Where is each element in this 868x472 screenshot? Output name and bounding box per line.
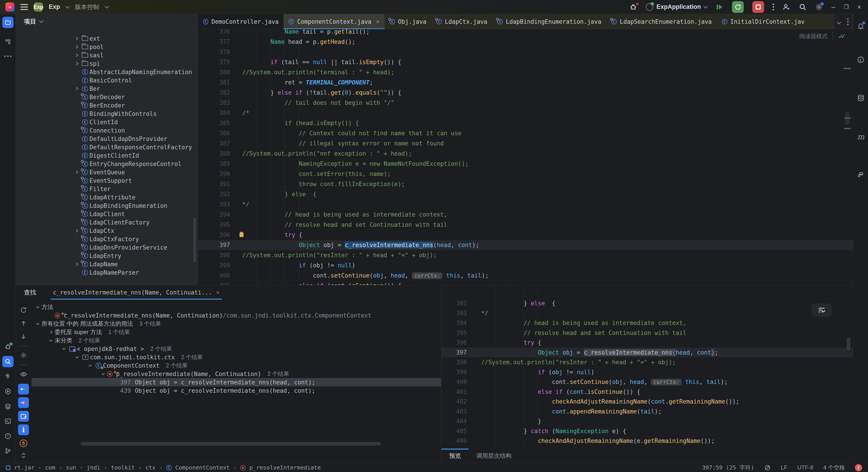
search-everywhere-icon[interactable]: [799, 3, 807, 11]
line-number[interactable]: 382: [198, 88, 238, 98]
code-line-383[interactable]: 383 // tail does not begin with "/": [198, 98, 853, 108]
code-line-398[interactable]: 398//System.out.println("resInter : " + …: [198, 250, 853, 260]
line-number[interactable]: 387: [198, 138, 238, 149]
code-line-402[interactable]: 402 checkAndAdjustRemainingName(cont.get…: [441, 397, 853, 407]
preview-tab-调用层次结构[interactable]: 调用层次结构: [469, 448, 519, 463]
line-number[interactable]: 393: [198, 199, 238, 210]
breadcrumb-item[interactable]: sun: [66, 464, 76, 471]
result-chevron-icon[interactable]: [34, 323, 41, 324]
breadcrumb-item[interactable]: rt.jar: [14, 464, 34, 471]
more-toolwindows-icon[interactable]: [2, 51, 13, 62]
tree-item-Connection[interactable]: CConnection: [16, 126, 198, 135]
inspections-off-icon[interactable]: [764, 464, 771, 471]
code-line-387[interactable]: 387 // illegal syntax error or name not …: [198, 138, 853, 149]
tab-LdapSearchEnumeration.java[interactable]: CLdapSearchEnumeration.java: [607, 14, 717, 29]
code-line-397[interactable]: 397 Object obj = c_resolveIntermediate_n…: [441, 348, 853, 357]
line-number[interactable]: 395: [198, 220, 238, 230]
build-toolwindow-icon[interactable]: [2, 371, 13, 382]
line-number[interactable]: 400: [441, 377, 474, 387]
tab-options-icon[interactable]: [847, 18, 848, 25]
info-filter-icon[interactable]: i: [18, 424, 29, 435]
tree-item-BerDecoder[interactable]: CBerDecoder: [16, 93, 198, 101]
find-result-row[interactable]: 397Object obj = c_resolveIntermediate_nn…: [32, 378, 441, 386]
tree-item-LdapClientFactory[interactable]: CLdapClientFactory: [16, 218, 198, 226]
tree-item-ClientId[interactable]: CClientId: [16, 118, 198, 126]
tree-item-EntryChangeResponseControl[interactable]: CEntryChangeResponseControl: [16, 160, 198, 168]
line-number[interactable]: 402: [441, 397, 474, 407]
editor-scrollbar-thumb[interactable]: [845, 112, 849, 125]
line-number[interactable]: 377: [198, 37, 238, 47]
maven-icon[interactable]: m: [856, 131, 866, 142]
tree-item-LdapCtxFactory[interactable]: CLdapCtxFactory: [16, 235, 198, 243]
tree-item-LdapNameParser[interactable]: CLdapNameParser: [16, 268, 198, 277]
line-number[interactable]: 392: [441, 298, 474, 308]
line-separator[interactable]: LF: [781, 464, 787, 471]
maximize-window-icon[interactable]: ❐: [844, 4, 849, 10]
line-number[interactable]: 390: [198, 169, 238, 179]
code-line-394[interactable]: 394 // head is being used as intermediat…: [198, 210, 853, 220]
line-number[interactable]: 376: [198, 29, 238, 37]
find-result-row[interactable]: 委托至 super 方法1 个结果: [32, 328, 441, 336]
line-number[interactable]: 397: [441, 348, 474, 357]
code-line-378[interactable]: 378: [198, 47, 853, 57]
line-number[interactable]: 401: [441, 387, 474, 397]
result-chevron-icon[interactable]: [34, 307, 41, 308]
line-number[interactable]: 385: [198, 118, 238, 128]
tree-chevron-icon[interactable]: [72, 45, 81, 48]
hidden-tabs-chevron-icon[interactable]: [837, 20, 841, 24]
minimize-window-icon[interactable]: –: [831, 3, 835, 11]
line-number[interactable]: 396: [441, 338, 474, 348]
tree-chevron-icon[interactable]: [72, 37, 81, 40]
preview-vertical-scrollbar[interactable]: [847, 338, 850, 350]
vcs-chevron-icon[interactable]: [104, 4, 109, 8]
line-number[interactable]: 384: [198, 108, 238, 118]
project-toolwindow-icon[interactable]: [2, 17, 13, 28]
line-number[interactable]: 398: [198, 250, 238, 260]
code-line-385[interactable]: 385 if (head.isEmpty()) {: [198, 118, 853, 128]
tree-chevron-icon[interactable]: [72, 171, 81, 174]
line-number[interactable]: 391: [198, 179, 238, 189]
python-packages-icon[interactable]: [856, 170, 866, 180]
result-chevron-icon[interactable]: [99, 373, 107, 375]
line-number[interactable]: 392: [198, 189, 238, 199]
code-line-380[interactable]: 380//System.out.println("terminal : " + …: [198, 67, 853, 77]
write-access-filter-icon[interactable]: [18, 397, 29, 408]
tree-item-Ber[interactable]: CBer: [16, 85, 198, 93]
tree-chevron-icon[interactable]: [72, 87, 81, 90]
breadcrumb-item[interactable]: p_resolveIntermediate: [249, 464, 321, 471]
project-name[interactable]: Exp: [49, 3, 60, 10]
code-line-379[interactable]: 379 if (tail == null || tail.isEmpty()) …: [198, 57, 853, 67]
tree-item-EventSupport[interactable]: CEventSupport: [16, 177, 198, 185]
tree-item-BerEncoder[interactable]: CBerEncoder: [16, 101, 198, 109]
line-number[interactable]: 389: [198, 159, 238, 169]
breadcrumb-item[interactable]: jndi: [87, 464, 100, 471]
line-number[interactable]: 406: [441, 436, 474, 446]
vcs-menu[interactable]: 版本控制: [75, 3, 99, 11]
breadcrumb-item[interactable]: ctx: [146, 464, 156, 471]
line-number[interactable]: 393: [441, 308, 474, 318]
code-line-376[interactable]: 376 Name tail = p.getTail();: [198, 29, 853, 37]
expand-all-icon[interactable]: [18, 450, 29, 461]
next-occurrence-icon[interactable]: [18, 331, 29, 342]
project-chevron-icon[interactable]: [65, 4, 70, 8]
code-line-403[interactable]: 403 cont.appendRemainingName(tail);: [441, 407, 853, 416]
line-number[interactable]: 394: [198, 210, 238, 220]
breadcrumb-item[interactable]: com: [45, 464, 55, 471]
breadcrumb-item[interactable]: ComponentContext: [175, 464, 230, 471]
find-result-row[interactable]: com.sun.jndi.toolkit.ctx2 个结果: [32, 353, 441, 361]
file-encoding[interactable]: UTF-8: [797, 464, 813, 471]
line-number[interactable]: 401: [198, 281, 238, 285]
code-line-398[interactable]: 398//System.out.println("resInter : " + …: [441, 357, 853, 367]
find-result-row[interactable]: 未分类2 个结果: [32, 336, 441, 345]
code-line-396[interactable]: 396 try {: [198, 230, 853, 240]
line-number[interactable]: 380: [198, 67, 238, 77]
preview-eye-icon[interactable]: [18, 369, 29, 380]
code-line-395[interactable]: 395 // resolve head and set Continuation…: [198, 220, 853, 230]
find-result-row[interactable]: 方法: [32, 303, 441, 311]
code-line-400[interactable]: 400 cont.setContinue(obj, head, currCtx:…: [441, 377, 853, 387]
code-line-388[interactable]: 388//System.out.println("nnf exception :…: [198, 149, 853, 159]
find-result-row[interactable]: mp_resolveIntermediate(Name, Continuatio…: [32, 370, 441, 378]
tree-item-DefaultLdapDnsProvider[interactable]: CDefaultLdapDnsProvider: [16, 135, 198, 143]
code-line-392[interactable]: 392 } else {: [441, 298, 853, 308]
breadcrumb-item[interactable]: toolkit: [111, 464, 135, 471]
